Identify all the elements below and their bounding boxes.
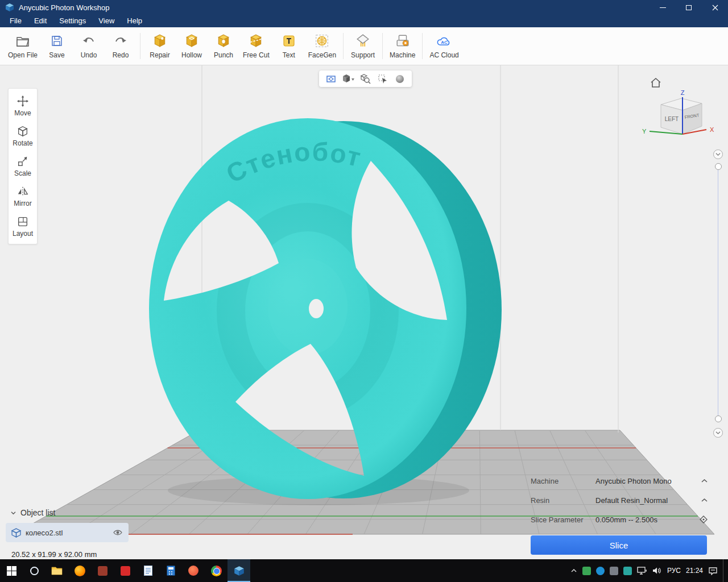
chevron-up-icon[interactable] [696, 498, 708, 502]
search-button[interactable] [23, 559, 46, 582]
ac-cloud-icon: AC [436, 33, 453, 49]
language-indicator[interactable]: РУС [667, 567, 681, 575]
toolbar-label: Repair [150, 51, 169, 59]
support-button[interactable]: Support [347, 29, 379, 63]
redo-icon [114, 33, 127, 49]
tool-scale[interactable]: Scale [9, 151, 37, 181]
toolbar-label: Open File [8, 51, 38, 59]
maximize-button[interactable] [676, 0, 702, 15]
menu-settings[interactable]: Settings [53, 15, 92, 27]
redo-button[interactable]: Redo [105, 29, 136, 63]
menu-help[interactable]: Help [121, 15, 148, 27]
hollow-button[interactable]: Hollow [176, 29, 208, 63]
toolbar-label: Text [283, 51, 295, 59]
model-view-icon[interactable] [341, 72, 355, 86]
app-icon-4[interactable] [114, 559, 136, 582]
text-button[interactable]: Text [273, 29, 305, 63]
layer-slider-upper-knob[interactable] [715, 163, 722, 170]
resin-label: Resin [531, 496, 595, 505]
tool-layout[interactable]: Layout [9, 211, 37, 242]
tool-mirror[interactable]: Mirror [9, 181, 37, 211]
action-center-icon[interactable] [708, 567, 718, 575]
svg-text:AC: AC [441, 40, 448, 45]
machine-setting-row[interactable]: Machine Anycubic Photon Mono [531, 471, 708, 490]
start-button[interactable] [0, 559, 23, 582]
machine-value: Anycubic Photon Mono [595, 477, 696, 485]
render-sphere-icon[interactable] [393, 72, 407, 86]
slider-collapse-bottom-button[interactable] [713, 428, 723, 438]
app-icon-6[interactable] [159, 559, 182, 582]
save-button[interactable]: Save [41, 29, 73, 63]
rotate-icon [16, 125, 29, 138]
slice-parameter-edit-icon[interactable] [696, 515, 708, 524]
close-button[interactable] [702, 0, 728, 15]
show-desktop-button[interactable] [723, 559, 726, 582]
menu-view[interactable]: View [92, 15, 121, 27]
tray-expand-icon[interactable] [570, 568, 577, 573]
object-file-name: колесо2.stl [26, 529, 108, 537]
slider-collapse-top-button[interactable] [713, 149, 723, 159]
chevron-down-icon [10, 511, 16, 515]
chrome-icon[interactable] [205, 559, 228, 582]
minimize-button[interactable] [650, 0, 676, 15]
free-cut-button[interactable]: Free Cut [239, 29, 273, 63]
open-file-button[interactable]: Open File [5, 29, 41, 63]
repair-button[interactable]: Repair [144, 29, 176, 63]
app-icon-5[interactable] [136, 559, 159, 582]
undo-icon [82, 33, 96, 49]
menu-edit[interactable]: Edit [28, 15, 53, 27]
view-mode-toolbar [319, 70, 412, 87]
object-list-item[interactable]: колесо2.stl [6, 523, 129, 542]
facegen-icon [315, 33, 329, 49]
home-view-button[interactable] [650, 77, 662, 89]
object-list-header[interactable]: Object list [10, 508, 55, 517]
machine-button[interactable]: Machine [386, 29, 419, 63]
view-cube[interactable]: LEFT FRONT Z X Y [637, 89, 719, 146]
punch-button[interactable]: Punch [208, 29, 239, 63]
view-cube-left-label: LEFT [665, 116, 679, 122]
resin-setting-row[interactable]: Resin Default Resin_Normal [531, 490, 708, 510]
photon-workshop-cube-icon [234, 566, 245, 576]
app-icon-7[interactable] [182, 559, 205, 582]
photon-workshop-taskbar-icon[interactable] [228, 559, 250, 582]
file-explorer-icon[interactable] [46, 559, 68, 582]
facegen-button[interactable]: FaceGen [305, 29, 340, 63]
app-icon-3[interactable] [91, 559, 114, 582]
undo-button[interactable]: Undo [73, 29, 105, 63]
home-icon [650, 77, 662, 89]
windows-taskbar: РУС 21:24 [0, 559, 728, 582]
volume-icon[interactable] [652, 567, 662, 575]
layer-slider-lower-knob[interactable] [715, 415, 722, 422]
inspect-view-icon[interactable] [358, 72, 372, 86]
slice-button[interactable]: Slice [531, 535, 707, 555]
main-toolbar: Open File Save Undo Redo Repair Hollow [0, 27, 728, 65]
menu-file[interactable]: File [3, 15, 28, 27]
tool-move[interactable]: Move [9, 91, 37, 121]
toolbar-label: FaceGen [308, 51, 336, 59]
visibility-eye-icon[interactable] [113, 529, 123, 537]
repair-icon [152, 33, 167, 49]
tray-app-icon-3[interactable] [610, 567, 618, 575]
support-icon [355, 33, 370, 49]
menu-bar: File Edit Settings View Help [0, 15, 728, 27]
network-icon[interactable] [637, 567, 647, 575]
hollow-icon [184, 33, 199, 49]
viewport-canvas[interactable]: Стенобот Move Rotate Scale Mirror Layout [0, 65, 728, 559]
tray-app-icon-1[interactable] [582, 567, 591, 575]
tool-rotate[interactable]: Rotate [9, 121, 37, 151]
chevron-up-icon[interactable] [696, 479, 708, 483]
ac-cloud-button[interactable]: AC AC Cloud [426, 29, 462, 63]
taskbar-clock[interactable]: 21:24 [686, 567, 703, 575]
plate-view-icon[interactable] [324, 72, 338, 86]
slice-parameter-value: 0.050mm -- 2.500s [595, 516, 696, 524]
firefox-icon[interactable] [68, 559, 91, 582]
model-wheel[interactable]: Стенобот [149, 118, 502, 499]
tray-app-icon-4[interactable] [623, 567, 632, 575]
tool-label: Layout [13, 230, 33, 238]
slice-button-label: Slice [610, 541, 628, 550]
layer-slider-track[interactable] [718, 170, 718, 419]
app-logo-icon [5, 3, 14, 12]
slice-parameter-row[interactable]: Slice Parameter 0.050mm -- 2.500s [531, 510, 708, 529]
tray-app-icon-2[interactable] [596, 567, 605, 575]
select-cursor-icon[interactable] [376, 72, 390, 86]
